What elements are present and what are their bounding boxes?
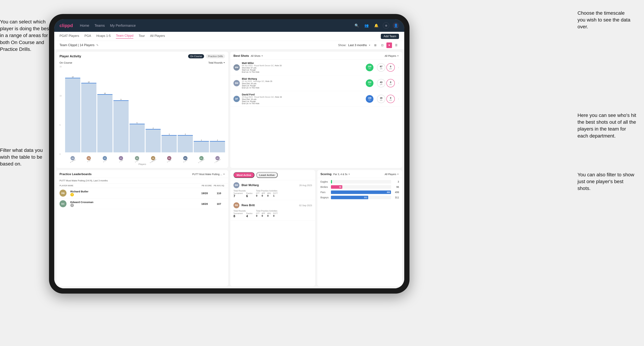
sub-nav-all-players[interactable]: All Players <box>150 34 165 38</box>
stat-zero-3: 0 yds <box>386 95 395 103</box>
shot-info-1: Matt Miller 09 Jun 2023 · Royal North De… <box>242 62 364 73</box>
shot-badge-1: 200 SG <box>366 64 374 71</box>
nav-teams[interactable]: Teams <box>94 23 105 28</box>
sub-nav-tour[interactable]: Tour <box>138 34 145 38</box>
shot-badge-3: 198 SG <box>366 95 374 103</box>
shot-info-3: David Ford 24 Aug 2023 · Royal North Dev… <box>242 93 364 105</box>
bar-group-8: 3 <box>178 65 193 155</box>
bar-group-10: 2 <box>210 65 225 155</box>
scoring-filter-label[interactable]: Par 3, 4 & 5s <box>333 173 348 176</box>
chevron-down-icon[interactable]: ▼ <box>368 44 371 46</box>
user-avatar[interactable]: 👤 <box>393 22 399 29</box>
bar-group-1: 13 <box>65 65 80 155</box>
lb-score-1: 19/20 <box>198 192 211 195</box>
active-player-2[interactable]: RB Rees Britt 02 Sep 2023 Total Rounds T… <box>230 200 315 220</box>
practice-filter-label[interactable]: PUTT Must Make Putting ... <box>192 173 222 176</box>
heart-view-icon[interactable]: ♥ <box>386 42 392 48</box>
bar-10 <box>210 141 225 152</box>
sub-nav-pga[interactable]: PGA <box>84 34 91 38</box>
show-filter: Show: Last 3 months ▼ ⊞ ⊡ ♥ ☰ <box>338 42 399 48</box>
practice-sub-label: PUTT Must Make Putting (3-6 ft), Last 3 … <box>56 178 228 183</box>
edit-icon[interactable]: ✎ <box>96 43 98 47</box>
practice-drills-toggle[interactable]: Practice Drills <box>206 54 225 58</box>
shot-detail-3: Shot Dist: 16 yds Start Lie: Rough End L… <box>242 98 364 105</box>
plus-circle-icon[interactable]: ⊕ <box>383 22 389 29</box>
people-icon[interactable]: 👥 <box>363 22 370 29</box>
stat-zero-2: 0 yds <box>386 79 395 87</box>
score-name-pars: Pars <box>320 191 329 194</box>
team-name-label: Team Clippd | 14 Players <box>60 43 94 47</box>
rank-badge-1: 1 <box>70 193 74 196</box>
active-date-2: 02 Sep 2023 <box>299 204 312 207</box>
sub-nav-team-clippd[interactable]: Team Clippd <box>116 34 133 39</box>
score-num-pars: 499 <box>393 191 399 194</box>
bar-group-9: 2 <box>194 65 209 155</box>
shot-stats-2: 43 yds 0 yds <box>377 79 395 87</box>
shot-card-3[interactable]: DF David Ford 24 Aug 2023 · Royal North … <box>230 91 402 107</box>
tablet-frame: clippd Home Teams My Performance 🔍 👥 🔔 ⊕… <box>49 14 410 294</box>
add-team-button[interactable]: Add Team <box>381 34 399 39</box>
col-pb-avg: PB AVG SQ <box>213 184 225 187</box>
least-active-tab[interactable]: Least Active <box>256 172 278 178</box>
score-name-eagles: Eagles <box>320 180 329 183</box>
active-date-1: 26 Aug 2023 <box>299 184 312 187</box>
chart-filter-dropdown[interactable]: Total Rounds ▼ <box>208 61 225 64</box>
lb-avatar-2: EC <box>60 200 66 207</box>
search-icon[interactable]: 🔍 <box>354 22 360 29</box>
shot-info-2: Blair McHarg 23 Jul 2023 · Ashridge GC, … <box>242 77 364 89</box>
sub-nav-pgat[interactable]: PGAT Players <box>60 34 79 38</box>
leaderboard-entry-1[interactable]: RB Richard Butler 1 19/20 110 <box>56 188 228 198</box>
score-bar-eagles <box>331 180 391 183</box>
sub-nav-hcaps[interactable]: Hcaps 1-5 <box>96 34 110 38</box>
bar-5 <box>130 124 145 152</box>
best-shots-title: Best Shots <box>234 54 249 58</box>
lb-player-name-2: Edward Crossman <box>70 201 196 204</box>
active-player-1[interactable]: BM Blair McHarg 26 Aug 2023 Total Rounds… <box>230 180 315 200</box>
scoring-filter: Par 3, 4 & 5s ▼ <box>333 173 350 176</box>
bar-6 <box>146 129 161 152</box>
shot-badge-2: 200 SG <box>366 79 374 87</box>
on-course-toggle[interactable]: On Course <box>188 54 204 58</box>
score-num-bogeys: 311 <box>393 196 399 199</box>
nav-my-performance[interactable]: My Performance <box>110 23 136 28</box>
score-row-pars: Pars 499 499 <box>320 190 399 194</box>
scoring-players-label[interactable]: All Players <box>385 173 396 176</box>
annotation-timescale: Choose the timescale you wish to see the… <box>578 9 634 30</box>
chart-area: On Course Total Rounds ▼ 15 10 5 0 <box>56 60 228 168</box>
score-bar-bogeys: 311 <box>331 196 391 199</box>
time-filter[interactable]: Last 3 months <box>348 43 367 47</box>
shot-player-name-1: Matt Miller <box>242 62 364 64</box>
rank-badge-2: 2 <box>70 204 74 207</box>
nav-logo: clippd <box>60 23 73 28</box>
leaderboard-header-row: PLAYER NAME PB SCORE PB AVG SQ <box>56 183 228 188</box>
total-practice-label-2: Total Practice Activities <box>256 210 278 212</box>
nav-home[interactable]: Home <box>80 23 89 28</box>
shot-meta-3: 24 Aug 2023 · Royal North Devon GC, Hole… <box>242 96 364 98</box>
score-name-bogeys: Bogeys <box>320 196 329 199</box>
all-shots-tab[interactable]: All Shots <box>251 54 260 57</box>
shot-card-1[interactable]: MM Matt Miller 09 Jun 2023 · Royal North… <box>230 60 402 75</box>
list-view-icon[interactable]: ☰ <box>394 42 399 48</box>
all-players-filter[interactable]: All Players <box>385 54 396 57</box>
shot-player-name-3: David Ford <box>242 93 364 96</box>
top-nav: clippd Home Teams My Performance 🔍 👥 🔔 ⊕… <box>54 19 404 32</box>
shot-avatar-1: MM <box>234 64 240 71</box>
leaderboard-entry-2[interactable]: EC Edward Crossman 2 18/20 107 <box>56 198 228 209</box>
bar-7 <box>162 135 177 152</box>
shot-detail-2: Shot Dist: 43 yds Start Lie: Rough End L… <box>242 82 364 89</box>
grid2-view-icon[interactable]: ⊡ <box>380 42 385 48</box>
grid-view-icon[interactable]: ⊞ <box>372 42 378 48</box>
active-avatar-2: RB <box>234 202 240 208</box>
scoring-panel: Scoring Par 3, 4 & 5s ▼ All Players ▼ <box>317 170 402 286</box>
most-active-tab[interactable]: Most Active <box>234 172 254 178</box>
annotation-filter-player: You can also filter to show just one pla… <box>578 171 637 192</box>
score-bar-pars: 499 <box>331 190 391 194</box>
active-avatar-1: BM <box>234 182 240 188</box>
tournament-rounds-2: 8 <box>234 214 243 218</box>
bell-icon[interactable]: 🔔 <box>373 22 380 29</box>
bar-1 <box>65 78 80 152</box>
sub-nav: PGAT Players PGA Hcaps 1-5 Team Clippd T… <box>54 32 404 41</box>
shot-card-2[interactable]: BM Blair McHarg 23 Jul 2023 · Ashridge G… <box>230 75 402 91</box>
chevron-right-2: › <box>398 81 399 85</box>
practice-title: Practice Leaderboards <box>60 173 92 176</box>
